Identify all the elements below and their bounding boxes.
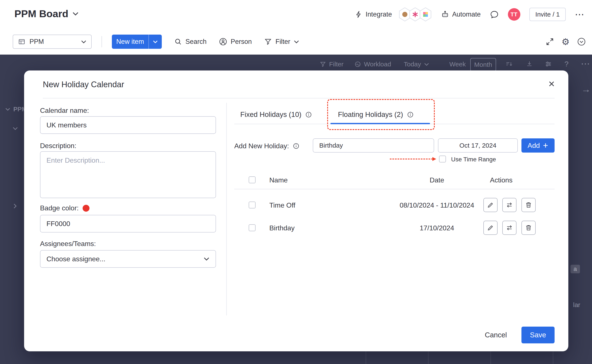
info-icon[interactable] (293, 143, 299, 149)
col-header-date: Date (405, 176, 469, 184)
tab-fixed-holidays[interactable]: Fixed Holidays (10) (240, 110, 312, 119)
automate-robot-icon (441, 10, 449, 19)
new-item-dropdown[interactable] (149, 35, 162, 49)
header-actions: Integrate Automate TT (355, 0, 584, 29)
cancel-label: Cancel (485, 331, 507, 339)
annotation-arrow (390, 159, 433, 159)
table-header-divider (234, 189, 555, 189)
person-label: Person (231, 38, 252, 46)
bg-help-icon: ? (565, 60, 569, 68)
person-icon (219, 38, 227, 46)
col-header-actions: Actions (482, 176, 521, 184)
save-button[interactable]: Save (521, 327, 555, 343)
row-name: Time Off (269, 201, 295, 209)
delete-button[interactable] (521, 221, 536, 235)
chevron-down-icon (81, 40, 86, 44)
more-options-icon[interactable]: ⋯ (575, 10, 584, 19)
bg-week-label: Week (449, 61, 466, 68)
board-title[interactable]: PPM Board (14, 8, 79, 20)
bg-fragment-badge-text: a (573, 266, 577, 272)
add-new-holiday-label: Add New Holiday: (234, 142, 289, 150)
bg-column-line (553, 351, 553, 364)
chevron-down-icon (294, 40, 299, 44)
search-button[interactable]: Search (174, 38, 206, 46)
collapse-header-icon[interactable] (577, 37, 586, 46)
use-time-range-checkbox[interactable] (439, 156, 446, 162)
integration-app-icon-3[interactable] (419, 7, 432, 21)
cancel-button[interactable]: Cancel (477, 327, 515, 343)
bg-more-icon: ⋯ (581, 58, 590, 69)
bg-today-label: Today (404, 61, 421, 68)
integrate-button[interactable]: Integrate (355, 11, 392, 18)
search-icon (174, 38, 182, 46)
assignees-label: Assignees/Teams: (40, 240, 96, 248)
automate-button[interactable]: Automate (441, 10, 481, 19)
row-date: 08/10/2024 - 11/10/2024 (383, 201, 491, 209)
holiday-date-input[interactable] (438, 138, 518, 153)
person-filter-button[interactable]: Person (219, 38, 252, 46)
gear-icon[interactable]: ⚙ (561, 37, 570, 47)
bg-settings-sliders-icon (545, 61, 552, 67)
bg-today-button: Today (404, 61, 429, 68)
row-checkbox[interactable] (249, 224, 256, 231)
plus-icon (543, 143, 548, 148)
modal-title: New Holiday Calendar (43, 80, 124, 89)
view-selector[interactable]: PPM (13, 35, 92, 49)
table-grid-icon (18, 38, 26, 46)
save-label: Save (530, 331, 546, 339)
move-button[interactable] (502, 221, 517, 235)
bg-month-label: Month (474, 61, 492, 68)
bg-chevron-right-icon (13, 203, 17, 209)
column-divider (226, 103, 227, 315)
assignee-select[interactable]: Choose assignee... (40, 250, 216, 268)
user-avatar[interactable]: TT (508, 8, 520, 21)
col-header-name: Name (269, 176, 288, 184)
integrate-label: Integrate (366, 11, 392, 18)
bg-fragment-text: lar (573, 301, 580, 309)
chat-bubble-icon (490, 10, 499, 19)
board-toolbar: PPM New item Search Person (0, 29, 592, 55)
annotation-arrow-head (432, 157, 436, 161)
bg-column-line (491, 351, 491, 364)
bg-column-line (366, 351, 366, 364)
chat-button[interactable] (490, 10, 499, 19)
edit-button[interactable] (483, 198, 498, 212)
bg-arrow-right-icon: → (581, 84, 591, 95)
add-button-label: Add (528, 142, 540, 150)
calendar-name-input[interactable] (40, 116, 216, 134)
description-textarea[interactable] (40, 151, 216, 198)
arrow-right-icon: → (581, 84, 591, 95)
fullscreen-icon[interactable] (545, 37, 554, 46)
add-new-holiday-label-group: Add New Holiday: (234, 142, 299, 150)
use-time-range-label: Use Time Range (451, 156, 496, 163)
title-divider (43, 98, 555, 98)
select-all-checkbox[interactable] (249, 176, 256, 183)
close-icon[interactable]: × (545, 77, 559, 91)
chevron-down-icon (204, 257, 210, 261)
filter-button[interactable]: Filter (264, 38, 299, 46)
info-icon[interactable] (305, 111, 312, 118)
row-checkbox[interactable] (249, 202, 256, 208)
avatar-initials: TT (511, 11, 518, 18)
delete-button[interactable] (521, 198, 536, 212)
tab-fixed-holidays-label: Fixed Holidays (10) (240, 110, 301, 119)
annotation-highlight-rect (327, 99, 435, 130)
move-button[interactable] (502, 198, 517, 212)
row-name: Birthday (269, 224, 294, 232)
invite-button[interactable]: Invite / 1 (529, 8, 566, 21)
bg-workload-button: Workload (354, 61, 391, 68)
add-holiday-button[interactable]: Add (521, 138, 555, 153)
bg-filter-button: Filter (320, 61, 344, 68)
bg-group-title: PPM (5, 106, 27, 113)
holiday-name-input[interactable] (313, 138, 434, 153)
search-label: Search (186, 38, 206, 46)
badge-color-input[interactable] (40, 215, 216, 233)
integration-apps (401, 7, 432, 21)
filter-label: Filter (275, 38, 290, 46)
badge-color-label: Badge color: (40, 204, 89, 212)
edit-button[interactable] (483, 221, 498, 235)
new-item-button[interactable]: New item (112, 35, 162, 49)
chevron-down-icon (72, 12, 79, 16)
badge-color-swatch[interactable] (83, 205, 89, 212)
assignee-select-value: Choose assignee... (47, 255, 105, 263)
